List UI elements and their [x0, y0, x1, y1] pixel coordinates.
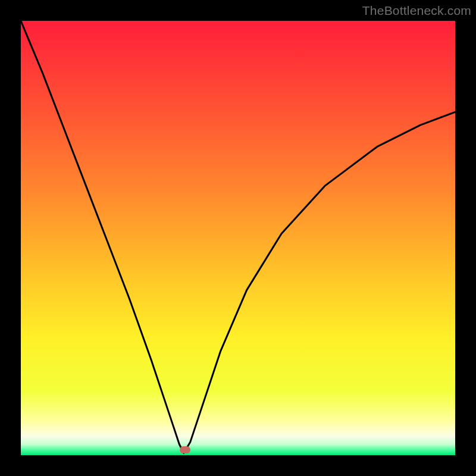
chart-frame: TheBottleneck.com [0, 0, 476, 476]
plot-area [21, 21, 455, 455]
watermark-text: TheBottleneck.com [362, 4, 471, 18]
minimum-marker [180, 446, 190, 453]
bottleneck-curve [21, 21, 455, 455]
